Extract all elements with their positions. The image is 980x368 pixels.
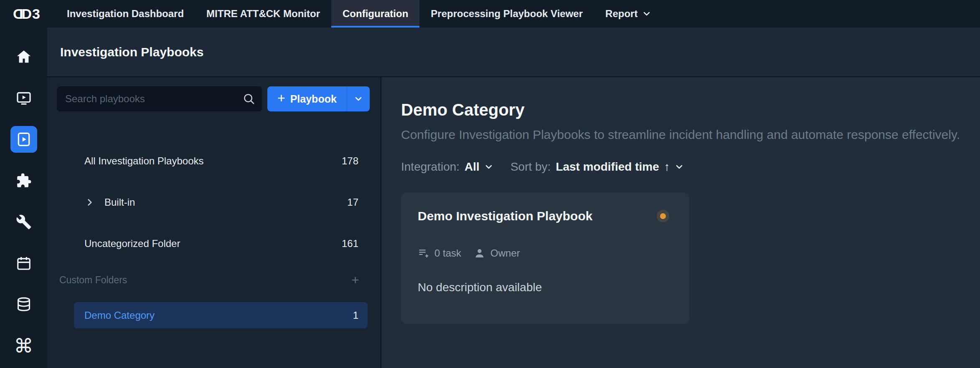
folder-count: 178 xyxy=(342,155,358,167)
incident-monitor-icon xyxy=(16,90,32,106)
sidebar-item-commands[interactable]: ⌘ xyxy=(10,333,37,359)
person-icon xyxy=(474,247,485,259)
utilities-wrench-icon xyxy=(16,214,32,230)
nav-report-label: Report xyxy=(605,8,637,20)
calendar-icon xyxy=(16,255,32,271)
category-subtitle: Configure Investigation Playbooks to str… xyxy=(401,128,963,142)
primary-nav: Investigation Dashboard MITRE ATT&CK Mon… xyxy=(56,0,663,28)
custom-folders-label: Custom Folders xyxy=(59,275,127,286)
nav-preprocessing-playbook-viewer[interactable]: Preprocessing Playbook Viewer xyxy=(419,0,594,28)
sort-filter-label: Sort by: xyxy=(510,160,551,174)
integration-filter-label: Integration: xyxy=(401,160,460,174)
category-detail: Demo Category Configure Investigation Pl… xyxy=(381,77,980,368)
folder-label: All Investigation Playbooks xyxy=(84,155,342,167)
chevron-down-icon xyxy=(674,162,684,172)
icon-sidebar: ⌘ xyxy=(0,28,47,368)
sort-ascending-icon[interactable]: ↑ xyxy=(664,160,670,174)
folder-all-playbooks[interactable]: All Investigation Playbooks 178 xyxy=(74,147,368,175)
sidebar-item-data[interactable] xyxy=(10,291,37,318)
playbook-browser-panel: + Playbook All Investigation Playbooks 1… xyxy=(47,77,381,368)
sidebar-item-schedule[interactable] xyxy=(10,250,37,277)
filter-bar: Integration: All Sort by: Last modified … xyxy=(401,160,963,174)
top-nav-bar: D D3 Investigation Dashboard MITRE ATT&C… xyxy=(0,0,980,28)
chevron-down-icon xyxy=(642,9,652,19)
owner-info: Owner xyxy=(474,247,520,259)
search-box xyxy=(57,86,262,111)
folder-label: Demo Category xyxy=(84,310,353,321)
command-icon: ⌘ xyxy=(14,336,33,355)
integrations-puzzle-icon xyxy=(16,173,32,189)
folder-label: Uncategorized Folder xyxy=(84,238,342,250)
playbook-card-header: Demo Investigation Playbook xyxy=(418,209,673,223)
nav-mitre-attack-monitor[interactable]: MITRE ATT&CK Monitor xyxy=(195,0,331,28)
playbook-card-meta: 0 task Owner xyxy=(418,247,673,259)
nav-report[interactable]: Report xyxy=(594,0,663,28)
folder-uncategorized[interactable]: Uncategorized Folder 161 xyxy=(74,230,368,257)
d3-logo-text: D3 xyxy=(22,6,41,22)
new-playbook-split-button: + Playbook xyxy=(267,86,370,111)
page-title: Investigation Playbooks xyxy=(60,45,203,59)
folder-count: 17 xyxy=(347,197,358,208)
app-frame: ⌘ Investigation Playbooks xyxy=(0,28,980,368)
new-playbook-button[interactable]: + Playbook xyxy=(267,86,347,111)
folder-demo-category[interactable]: Demo Category 1 xyxy=(74,302,368,328)
sort-filter-value: Last modified time xyxy=(556,160,659,174)
integration-filter-value: All xyxy=(465,160,480,174)
nav-configuration[interactable]: Configuration xyxy=(331,0,419,28)
panel-toolbar: + Playbook xyxy=(57,86,371,111)
add-folder-button[interactable]: + xyxy=(351,273,359,287)
playbook-card-title: Demo Investigation Playbook xyxy=(418,209,592,223)
database-icon xyxy=(16,297,32,313)
chevron-right-icon[interactable] xyxy=(84,197,95,208)
sidebar-item-home[interactable] xyxy=(10,43,37,70)
folder-built-in[interactable]: Built-in 17 xyxy=(74,189,368,216)
task-count: 0 task xyxy=(418,247,461,259)
playbook-card-description: No description available xyxy=(418,281,673,294)
search-icon[interactable] xyxy=(243,93,255,105)
new-playbook-dropdown-button[interactable] xyxy=(347,86,370,111)
chevron-down-icon xyxy=(353,94,363,104)
d3-logo-mark: D xyxy=(13,6,23,22)
chevron-down-icon xyxy=(484,162,494,172)
folder-count: 1 xyxy=(353,310,358,321)
nav-investigation-dashboard[interactable]: Investigation Dashboard xyxy=(56,0,195,28)
home-icon xyxy=(16,49,32,65)
sidebar-item-integrations[interactable] xyxy=(10,167,37,194)
folder-list: All Investigation Playbooks 178 Built-in… xyxy=(57,147,371,328)
folder-count: 161 xyxy=(342,238,358,250)
new-playbook-button-label: Playbook xyxy=(290,93,337,105)
playbook-card[interactable]: Demo Investigation Playbook 0 task Owner xyxy=(401,192,689,324)
task-count-label: 0 task xyxy=(434,247,461,259)
plus-icon: + xyxy=(277,91,285,106)
owner-label: Owner xyxy=(490,247,520,259)
sidebar-item-utilities[interactable] xyxy=(10,209,37,235)
app-window: D D3 Investigation Dashboard MITRE ATT&C… xyxy=(0,0,980,368)
sort-filter[interactable]: Last modified time ↑ xyxy=(556,160,684,174)
sidebar-item-playbooks[interactable] xyxy=(10,126,37,153)
body-row: + Playbook All Investigation Playbooks 1… xyxy=(47,77,980,368)
custom-folders-header: Custom Folders + xyxy=(59,271,359,289)
integration-filter[interactable]: All xyxy=(465,160,494,174)
content-area: Investigation Playbooks + Playbook xyxy=(47,28,980,368)
search-input[interactable] xyxy=(57,86,262,111)
playbook-icon xyxy=(16,131,32,147)
category-title: Demo Category xyxy=(401,101,963,119)
sidebar-item-incidents[interactable] xyxy=(10,85,37,111)
status-dot xyxy=(660,213,666,219)
page-header: Investigation Playbooks xyxy=(47,28,980,77)
folder-label: Built-in xyxy=(104,197,347,208)
task-list-icon xyxy=(418,247,429,259)
d3-logo[interactable]: D D3 xyxy=(0,0,56,28)
